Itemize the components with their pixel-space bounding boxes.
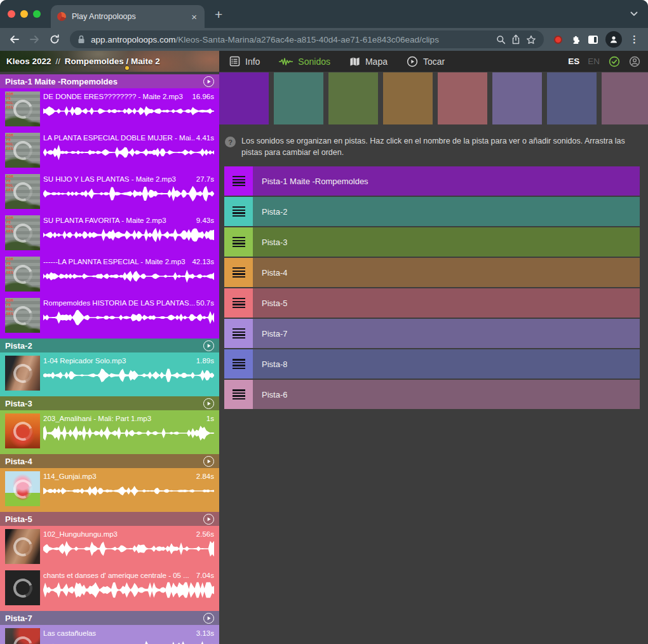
drag-handle-icon (233, 267, 245, 278)
clips-container: 102_Hunguhungu.mp32.56schants et danses … (0, 526, 219, 611)
url-text[interactable]: app.antropoloops.com/Kleos-Santa-Marina/… (91, 35, 490, 44)
palette-row (219, 72, 648, 124)
zoom-window-button[interactable] (33, 10, 41, 18)
browser-window: Play Antropoloops × + app.antropoloops.c… (0, 0, 648, 644)
track-drag-handle[interactable] (224, 227, 253, 257)
audio-clip[interactable]: Las castañuelas3.13s (0, 625, 219, 644)
track-row[interactable]: Pista-4 (224, 258, 640, 287)
track-row-body[interactable]: Pista-5 (253, 288, 640, 318)
track-section-name: Pista-7 (5, 614, 198, 623)
lang-en[interactable]: EN (588, 57, 600, 66)
play-track-button[interactable] (203, 76, 214, 87)
record-extension-icon[interactable] (554, 36, 562, 44)
nav-info[interactable]: Info (229, 56, 260, 67)
track-row-body[interactable]: Pista-7 (253, 319, 640, 348)
track-row-body[interactable]: Pista-8 (253, 349, 640, 379)
clip-thumbnail (5, 91, 40, 126)
nav-mapa[interactable]: Mapa (349, 57, 388, 67)
extensions-puzzle-icon[interactable] (570, 34, 581, 45)
clip-title: 1-04 Repicador Solo.mp3 (43, 357, 195, 365)
track-section-header[interactable]: Pista-3 (0, 396, 219, 410)
audio-clip[interactable]: 102_Hunguhungu.mp32.56s (0, 526, 219, 567)
track-section-header[interactable]: Pista-7 (0, 611, 219, 625)
track-row[interactable]: Pista-3 (224, 227, 640, 257)
palette-swatch (219, 72, 269, 124)
track-drag-handle[interactable] (224, 258, 253, 287)
audio-clip[interactable]: 203_Amalihani - Mali: Part 1.mp31s (0, 410, 219, 452)
audio-clip[interactable]: 1-04 Repicador Solo.mp31.89s (0, 352, 219, 394)
breadcrumb[interactable]: Kleos 2022 // Rompemoldes / Maite 2 (0, 51, 219, 72)
tab-search-chevron-icon[interactable] (630, 11, 638, 17)
play-track-button[interactable] (203, 613, 214, 624)
track-drag-handle[interactable] (224, 166, 253, 196)
play-track-button[interactable] (203, 398, 214, 409)
play-track-button[interactable] (203, 456, 214, 467)
track-row[interactable]: Pista-1 Maite -Rompemoldes (224, 166, 640, 196)
track-section-header[interactable]: Pista-2 (0, 339, 219, 352)
track-row[interactable]: Pista-2 (224, 197, 640, 226)
track-drag-handle[interactable] (224, 319, 253, 348)
app-content: Pista-1 Maite -RompemoldesDE DONDE ERES?… (0, 72, 648, 644)
palette-swatch (438, 72, 487, 124)
track-row-body[interactable]: Pista-1 Maite -Rompemoldes (253, 166, 640, 196)
track-row[interactable]: Pista-7 (224, 319, 640, 348)
track-section-header[interactable]: Pista-1 Maite -Rompemoldes (0, 74, 219, 88)
track-row[interactable]: Pista-6 (224, 380, 640, 409)
minimize-window-button[interactable] (20, 10, 28, 18)
track-section-header[interactable]: Pista-5 (0, 512, 219, 526)
zoom-search-icon[interactable] (496, 35, 506, 44)
audio-clip[interactable]: LA PLANTA ESPECIAL DOBLE MUJER - Mai...4… (0, 130, 219, 171)
bookmark-star-icon[interactable] (526, 35, 536, 44)
new-tab-button[interactable]: + (215, 8, 222, 21)
clip-main: 102_Hunguhungu.mp32.56s (43, 529, 214, 567)
extension-area: ⋮ (551, 31, 642, 48)
reload-icon[interactable] (47, 32, 62, 47)
audio-clip[interactable]: ------LA PLANNTA ESPECIAL - Maite 2.mp34… (0, 253, 219, 295)
nav-sonidos[interactable]: Sonidos (279, 57, 330, 67)
audio-clip[interactable]: Rompemoldes HISTORIA DE LAS PLANTAS...50… (0, 295, 219, 336)
track-drag-handle[interactable] (224, 380, 253, 409)
close-window-button[interactable] (8, 10, 15, 18)
track-drag-handle[interactable] (224, 349, 253, 379)
lang-es[interactable]: ES (568, 57, 579, 66)
clip-duration: 2.84s (196, 473, 214, 480)
track-row-body[interactable]: Pista-2 (253, 197, 640, 226)
url-bar[interactable]: app.antropoloops.com/Kleos-Santa-Marina/… (70, 30, 544, 48)
track-drag-handle[interactable] (224, 197, 253, 226)
track-row[interactable]: Pista-8 (224, 349, 640, 379)
browser-menu-icon[interactable]: ⋮ (630, 34, 639, 45)
window-controls (8, 10, 41, 18)
tab-close-icon[interactable]: × (190, 11, 198, 23)
account-icon[interactable] (629, 56, 640, 67)
clips-container: DE DONDE ERES???????? - Maite 2.mp316.96… (0, 88, 219, 339)
side-panel-extension-icon[interactable] (588, 36, 598, 44)
clip-main: chants et danses d' amerique centrale - … (43, 570, 214, 608)
track-row-body[interactable]: Pista-3 (253, 227, 640, 257)
audio-clip[interactable]: SU PLANTA FAVORITA - Maite 2.mp39.43s (0, 212, 219, 253)
share-icon[interactable] (511, 34, 520, 44)
audio-clip[interactable]: SU HIJO Y LAS PLANTAS - Maite 2.mp327.7s (0, 171, 219, 212)
forward-icon[interactable] (27, 32, 42, 47)
track-row[interactable]: Pista-5 (224, 288, 640, 318)
clip-duration: 1s (206, 415, 214, 422)
audio-clip[interactable]: chants et danses d' amerique centrale - … (0, 567, 219, 608)
play-track-button[interactable] (203, 340, 214, 351)
audio-clip[interactable]: 114_Gunjai.mp32.84s (0, 468, 219, 509)
track-section-header[interactable]: Pista-4 (0, 454, 219, 468)
audio-clip[interactable]: DE DONDE ERES???????? - Maite 2.mp316.96… (0, 88, 219, 130)
track-section-name: Pista-2 (5, 341, 198, 351)
play-track-button[interactable] (203, 514, 214, 525)
track-row-body[interactable]: Pista-6 (253, 380, 640, 409)
profile-avatar[interactable] (605, 31, 622, 48)
help-text: Los sonidos se organizan en pistas. Haz … (241, 135, 639, 158)
clip-thumbnail (5, 413, 40, 448)
appbar-right: ESEN (568, 51, 648, 72)
track-section: Pista-21-04 Repicador Solo.mp31.89s (0, 339, 219, 396)
back-icon[interactable] (6, 32, 22, 47)
lang-switch: ESEN (568, 57, 600, 66)
clip-title-row: 203_Amalihani - Mali: Part 1.mp31s (43, 415, 214, 422)
browser-tab[interactable]: Play Antropoloops × (51, 5, 205, 28)
track-drag-handle[interactable] (224, 288, 253, 318)
nav-tocar[interactable]: Tocar (407, 56, 445, 67)
track-row-body[interactable]: Pista-4 (253, 258, 640, 287)
